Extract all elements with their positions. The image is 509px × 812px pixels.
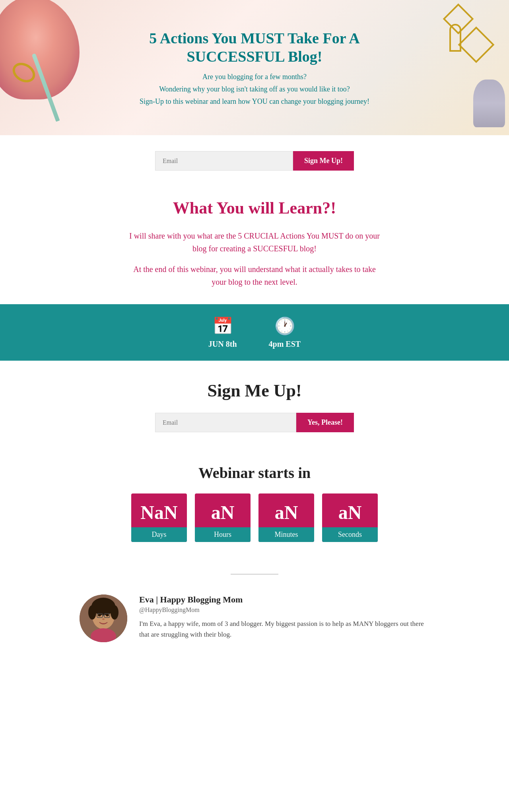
banner-date-label: JUN 8th	[208, 340, 237, 349]
signup-section-1: Sign Me Up!	[0, 135, 509, 186]
learn-title: What You will Learn?!	[8, 198, 501, 218]
author-handle: @HappyBloggingMom	[139, 606, 429, 614]
author-section: Eva | Happy Blogging Mom @HappyBloggingM…	[0, 587, 509, 666]
svg-point-5	[98, 614, 101, 616]
teal-banner: 📅 JUN 8th 🕐 4pm EST	[0, 304, 509, 361]
yes-please-button[interactable]: Yes, Please!	[296, 413, 354, 432]
rose-decoration	[0, 0, 80, 99]
countdown-hours-unit: Hours	[195, 527, 251, 542]
author-name: Eva | Happy Blogging Mom	[139, 594, 429, 605]
countdown-hours: aN Hours	[195, 493, 251, 542]
hero-section: 5 Actions You MUST Take For A SUCCESSFUL…	[0, 0, 509, 135]
countdown-section: Webinar starts in NaN Days aN Hours aN M…	[0, 448, 509, 566]
author-info: Eva | Happy Blogging Mom @HappyBloggingM…	[139, 594, 429, 640]
learn-body-1: I will share with you what are the 5 CRU…	[127, 229, 382, 255]
author-avatar-svg	[80, 594, 127, 642]
countdown-days-value: NaN	[131, 493, 187, 527]
email-input-2[interactable]	[155, 413, 296, 432]
hero-cta-text: Sign-Up to this webinar and learn how YO…	[123, 97, 386, 106]
diamond-decoration-2	[458, 27, 495, 63]
countdown-seconds-unit: Seconds	[322, 527, 378, 542]
signup-button-1[interactable]: Sign Me Up!	[293, 151, 354, 171]
banner-time: 🕐 4pm EST	[269, 316, 301, 349]
countdown-boxes: NaN Days aN Hours aN Minutes aN Seconds	[8, 493, 501, 542]
banner-time-label: 4pm EST	[269, 340, 301, 349]
countdown-minutes-value: aN	[258, 493, 314, 527]
clip-decoration	[449, 24, 461, 52]
countdown-days: NaN Days	[131, 493, 187, 542]
banner-date: 📅 JUN 8th	[208, 316, 237, 349]
countdown-seconds-value: aN	[322, 493, 378, 527]
countdown-title: Webinar starts in	[8, 464, 501, 482]
countdown-hours-value: aN	[195, 493, 251, 527]
signup-section-2: Sign Me Up! Yes, Please!	[0, 361, 509, 448]
svg-point-4	[111, 605, 119, 620]
section-divider	[231, 574, 278, 575]
email-input-1[interactable]	[155, 151, 293, 171]
countdown-minutes-unit: Minutes	[258, 527, 314, 542]
lavender-decoration	[473, 80, 505, 127]
hero-title: 5 Actions You MUST Take For A SUCCESSFUL…	[123, 29, 386, 66]
email-form-2: Yes, Please!	[155, 413, 354, 432]
author-avatar	[80, 594, 127, 642]
svg-point-10	[102, 618, 105, 620]
calendar-icon: 📅	[212, 316, 233, 336]
hero-content: 5 Actions You MUST Take For A SUCCESSFUL…	[115, 21, 394, 114]
svg-point-6	[106, 614, 109, 616]
hero-subtitle-2: Wondering why your blog isn't taking off…	[123, 85, 386, 93]
signup-title-2: Sign Me Up!	[8, 381, 501, 401]
countdown-seconds: aN Seconds	[322, 493, 378, 542]
learn-body-2: At the end of this webinar, you will und…	[127, 263, 382, 288]
countdown-minutes: aN Minutes	[258, 493, 314, 542]
email-form-1: Sign Me Up!	[155, 151, 354, 171]
svg-point-3	[88, 605, 96, 620]
author-bio: I'm Eva, a happy wife, mom of 3 and blog…	[139, 618, 429, 640]
hero-right-decorations	[422, 0, 509, 135]
hero-subtitle-1: Are you blogging for a few months?	[123, 73, 386, 81]
countdown-days-unit: Days	[131, 527, 187, 542]
email-form-2-wrapper: Yes, Please!	[8, 413, 501, 432]
learn-section: What You will Learn?! I will share with …	[0, 186, 509, 304]
clock-icon: 🕐	[274, 316, 295, 336]
